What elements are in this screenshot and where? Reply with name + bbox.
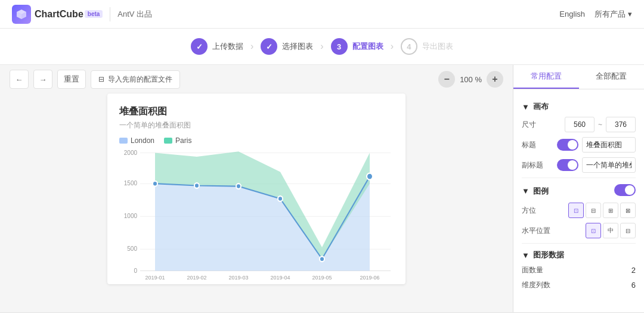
step-1-label: 上传数据 (212, 41, 243, 52)
section-legend-label: 图例 (533, 186, 549, 197)
svg-point-17 (194, 183, 199, 188)
stepper: ✓ 上传数据 › ✓ 选择图表 › 3 配置图表 › 4 导出图表 (0, 29, 644, 65)
svg-text:2019-03: 2019-03 (228, 273, 248, 281)
step-4-label: 导出图表 (422, 41, 453, 52)
logo-text: ChartCube (35, 9, 83, 20)
zoom-out-button[interactable]: − (438, 71, 455, 88)
step-4: 4 导出图表 (401, 38, 453, 55)
size-inputs: ~ (565, 117, 636, 132)
svg-text:2000: 2000 (124, 150, 137, 156)
h-left[interactable]: ⊡ (586, 223, 601, 238)
svg-text:1500: 1500 (124, 179, 137, 187)
step-2-label: 选择图表 (282, 41, 313, 52)
width-input[interactable] (565, 117, 595, 132)
svg-point-16 (153, 181, 157, 186)
panel-body: ▼ 画布 尺寸 ~ 标题 副标题 (513, 89, 644, 312)
svg-text:2019-04: 2019-04 (270, 273, 290, 281)
title-input[interactable] (582, 137, 636, 153)
header: ChartCubebeta AntV 出品 English 所有产品 ▾ (0, 0, 644, 29)
legend-london-label: London (131, 136, 154, 145)
arrow-data-icon: ▼ (522, 251, 530, 260)
section-data-label: 图形数据 (533, 250, 564, 260)
step-arrow-1: › (250, 41, 253, 52)
logo-icon (12, 5, 31, 24)
face-count-value: 2 (631, 266, 636, 275)
panel-tabs: 常用配置 全部配置 (513, 65, 644, 89)
main-area: ← → 重置 ⊟ 导入先前的配置文件 − 100 % + 堆叠面积图 一个简单的… (0, 65, 644, 312)
legend-paris: Paris (164, 136, 191, 145)
dim-count-row: 维度列数 6 (522, 280, 636, 290)
position-bottom[interactable]: ⊠ (620, 203, 636, 218)
svg-text:2019-06: 2019-06 (360, 273, 379, 281)
size-label: 尺寸 (522, 120, 540, 130)
step-arrow-2: › (320, 41, 323, 52)
h-center[interactable]: 中 (603, 223, 618, 238)
title-toggle[interactable] (557, 139, 578, 151)
step-1-circle: ✓ (191, 38, 208, 55)
h-position-buttons: ⊡ 中 ⊟ (586, 223, 636, 238)
svg-text:500: 500 (127, 245, 137, 253)
products-label: 所有产品 (595, 9, 626, 20)
title-inputs (557, 137, 636, 153)
svg-text:0: 0 (134, 266, 137, 274)
products-button[interactable]: 所有产品 ▾ (595, 9, 632, 20)
position-top-center[interactable]: ⊟ (586, 203, 601, 218)
svg-point-19 (278, 196, 283, 201)
dim-count-value: 6 (631, 281, 636, 290)
face-count-label: 面数量 (522, 265, 543, 275)
legend-london: London (119, 136, 154, 145)
import-config-button[interactable]: ⊟ 导入先前的配置文件 (91, 70, 180, 89)
arrow-legend-icon: ▼ (522, 186, 530, 195)
svg-point-20 (320, 256, 324, 262)
zoom-value: 100 % (460, 75, 482, 84)
header-right: English 所有产品 ▾ (559, 9, 632, 20)
chart-legend: London Paris (119, 136, 394, 145)
step-4-circle: 4 (401, 38, 417, 55)
chart-svg: 2000 1500 1000 500 0 (119, 150, 394, 281)
position-top-right[interactable]: ⊞ (603, 203, 618, 218)
redo-button[interactable]: → (33, 70, 52, 89)
logo: ChartCubebeta (12, 5, 103, 24)
dim-count-label: 维度列数 (522, 280, 550, 290)
svg-text:1000: 1000 (124, 212, 137, 220)
face-count-row: 面数量 2 (522, 265, 636, 275)
header-divider (110, 7, 110, 21)
subtitle-input[interactable] (582, 157, 636, 173)
height-input[interactable] (606, 117, 636, 132)
zoom-control: − 100 % + (438, 71, 503, 88)
step-3-label: 配置图表 (352, 41, 383, 52)
svg-point-18 (236, 184, 241, 189)
svg-text:2019-02: 2019-02 (187, 273, 206, 281)
file-icon: ⊟ (98, 75, 104, 83)
step-arrow-3: › (391, 41, 394, 52)
tab-all[interactable]: 全部配置 (579, 65, 645, 89)
h-position-row: 水平位置 ⊡ 中 ⊟ (522, 223, 636, 238)
tab-common[interactable]: 常用配置 (513, 65, 579, 89)
position-label: 方位 (522, 206, 540, 216)
zoom-in-button[interactable]: + (487, 71, 503, 88)
section-canvas-header[interactable]: ▼ 画布 (522, 101, 636, 112)
step-3-circle: 3 (331, 38, 348, 55)
step-2-circle: ✓ (261, 38, 277, 55)
divider-1 (522, 178, 636, 178)
subtitle-inputs (557, 157, 636, 173)
svg-text:2019-05: 2019-05 (312, 273, 332, 281)
position-buttons: ⊡ ⊟ ⊞ ⊠ (568, 203, 636, 218)
subtitle-toggle[interactable] (557, 159, 578, 171)
legend-toggle[interactable] (614, 184, 636, 196)
language-button[interactable]: English (559, 10, 585, 18)
tilde-separator: ~ (598, 120, 602, 129)
header-left: ChartCubebeta AntV 出品 (12, 5, 152, 24)
section-legend-header[interactable]: ▼ 图例 (522, 184, 636, 198)
divider-2 (522, 243, 636, 244)
title-label: 标题 (522, 140, 540, 150)
step-2: ✓ 选择图表 (261, 38, 313, 55)
svg-text:2019-01: 2019-01 (145, 273, 165, 281)
canvas-area: ← → 重置 ⊟ 导入先前的配置文件 − 100 % + 堆叠面积图 一个简单的… (0, 65, 513, 312)
section-data-header[interactable]: ▼ 图形数据 (522, 250, 636, 260)
undo-button[interactable]: ← (10, 70, 29, 89)
position-top-left[interactable]: ⊡ (568, 203, 584, 218)
h-right[interactable]: ⊟ (620, 223, 636, 238)
arrow-canvas-icon: ▼ (522, 102, 530, 111)
reset-button[interactable]: 重置 (57, 70, 86, 89)
